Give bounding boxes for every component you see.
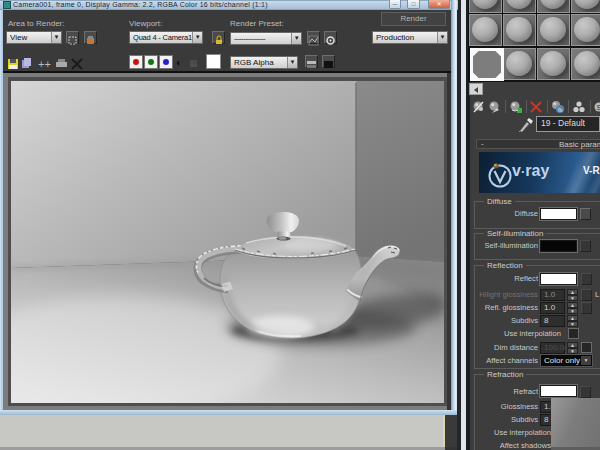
svg-text:$: $ bbox=[597, 103, 600, 112]
svg-text:fb: fb bbox=[558, 107, 562, 113]
svg-text:++: ++ bbox=[38, 58, 51, 70]
